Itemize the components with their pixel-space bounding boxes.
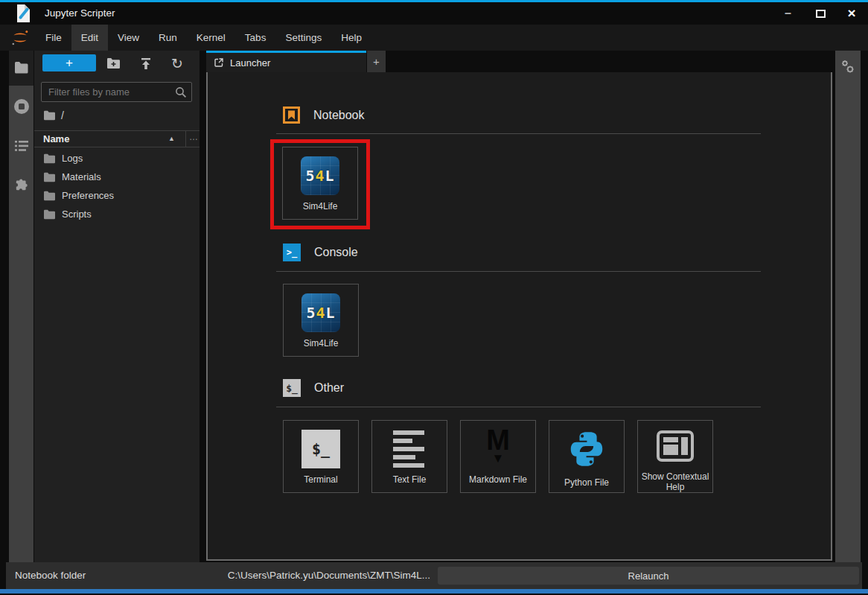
section-title: Other <box>314 381 344 395</box>
file-browser-panel: + ↻ / Name ▲ <box>34 51 200 562</box>
sim4life-icon: 54L <box>301 156 339 195</box>
tab-launcher[interactable]: Launcher <box>206 51 366 72</box>
menu-file[interactable]: File <box>36 25 71 51</box>
extensions-icon[interactable] <box>9 177 33 193</box>
window-title: Jupyter Scripter <box>45 7 115 19</box>
launcher-tab-icon <box>214 57 224 68</box>
property-inspector-gears-icon[interactable] <box>840 59 856 80</box>
terminal-card[interactable]: $_ Terminal <box>283 420 359 493</box>
contextual-help-icon <box>656 430 695 465</box>
right-sidebar <box>835 51 861 562</box>
window-bottom-border <box>0 589 868 594</box>
filter-field-wrap <box>41 82 192 102</box>
menu-edit[interactable]: Edit <box>71 25 108 51</box>
red-annotation-box: 54L Sim4Life <box>270 139 370 229</box>
menu-help[interactable]: Help <box>331 25 371 51</box>
tab-bar: Launcher + <box>206 51 832 72</box>
section-title: Notebook <box>313 109 365 122</box>
text-file-card[interactable]: Text File <box>371 420 447 493</box>
folder-icon <box>43 209 56 220</box>
card-label: Text File <box>390 474 430 485</box>
table-of-contents-icon[interactable] <box>9 139 33 153</box>
left-sidebar <box>9 51 33 562</box>
new-launcher-button[interactable]: + <box>42 54 96 71</box>
other-section-header: $_ Other <box>283 379 831 397</box>
notebook-icon <box>283 106 300 124</box>
menubar: File Edit View Run Kernel Tabs Settings … <box>0 25 868 51</box>
filter-files-input[interactable] <box>41 82 192 102</box>
console-sim4life-card[interactable]: 54L Sim4Life <box>283 284 359 357</box>
text-file-icon <box>390 430 429 468</box>
app-window: Jupyter Scripter – × File Edit View Run … <box>0 0 868 595</box>
tab-label: Launcher <box>230 57 270 69</box>
close-button[interactable]: × <box>841 4 862 23</box>
notebook-folder-path: C:\Users\Patrick.yu\Documents\ZMT\Sim4L.… <box>214 562 430 589</box>
notebook-section-header: Notebook <box>283 106 831 124</box>
statusbar: Notebook folder C:\Users\Patrick.yu\Docu… <box>6 562 862 589</box>
header-overflow-icon[interactable]: … <box>189 132 199 142</box>
name-column-header[interactable]: Name ▲ … <box>34 130 200 147</box>
notebook-folder-label: Notebook folder <box>15 562 86 589</box>
breadcrumb-root: / <box>61 109 64 121</box>
new-tab-button[interactable]: + <box>367 51 386 72</box>
notebook-sim4life-card[interactable]: 54L Sim4Life <box>282 147 358 220</box>
file-browser-icon[interactable] <box>9 61 33 74</box>
folder-row-preferences[interactable]: Preferences <box>34 186 200 205</box>
markdown-icon: M ▼ <box>479 427 517 468</box>
folder-row-scripts[interactable]: Scripts <box>34 205 200 223</box>
launcher-body: Notebook 54L Sim4Life >_ Console 54L <box>206 72 832 561</box>
sort-ascending-icon: ▲ <box>168 135 175 142</box>
folder-icon <box>43 191 56 201</box>
card-label: Terminal <box>301 474 340 485</box>
new-folder-icon[interactable] <box>105 55 121 71</box>
console-section-header: >_ Console <box>283 244 831 261</box>
folder-name: Materials <box>62 171 101 182</box>
titlebar: Jupyter Scripter – × <box>0 2 868 25</box>
card-label: Show Contextual Help <box>638 471 712 493</box>
markdown-file-card[interactable]: M ▼ Markdown File <box>460 420 536 493</box>
menu-view[interactable]: View <box>108 25 149 51</box>
terminal-icon: $_ <box>301 430 340 468</box>
menu-items: File Edit View Run Kernel Tabs Settings … <box>36 25 371 51</box>
search-icon <box>175 86 187 101</box>
card-label: Sim4Life <box>300 201 341 211</box>
refresh-icon[interactable]: ↻ <box>169 55 185 71</box>
show-contextual-help-card[interactable]: Show Contextual Help <box>637 420 713 493</box>
folder-name: Scripts <box>62 209 92 220</box>
menu-kernel[interactable]: Kernel <box>187 25 235 51</box>
python-file-card[interactable]: Python File <box>549 420 625 493</box>
menu-run[interactable]: Run <box>149 25 187 51</box>
jupyter-logo-icon <box>10 28 31 51</box>
breadcrumb[interactable]: / <box>43 109 64 121</box>
relaunch-button[interactable]: Relaunch <box>438 567 859 585</box>
menu-tabs[interactable]: Tabs <box>235 25 276 51</box>
card-label: Python File <box>561 477 612 488</box>
folder-row-logs[interactable]: Logs <box>34 149 200 168</box>
app-logo-icon <box>16 4 31 26</box>
running-sessions-icon[interactable] <box>9 98 33 115</box>
other-cards-row: $_ Terminal Text File M ▼ Markdown File <box>283 420 831 493</box>
terminal-small-icon: $_ <box>283 379 301 397</box>
column-header-label: Name <box>43 133 69 144</box>
sim4life-icon: 54L <box>301 293 340 332</box>
minimize-button[interactable]: – <box>779 4 800 23</box>
launcher-panel: Launcher + Notebook 54L Sim4Life <box>206 51 832 562</box>
window-controls: – × <box>779 2 862 25</box>
card-label: Sim4Life <box>301 338 342 349</box>
folder-name: Logs <box>62 153 83 164</box>
folder-name: Preferences <box>62 190 114 201</box>
folder-icon <box>43 153 56 164</box>
file-list: Logs Materials Preferences Scripts <box>34 149 200 223</box>
python-icon <box>567 430 606 471</box>
card-label: Markdown File <box>466 474 530 485</box>
console-icon: >_ <box>283 244 301 261</box>
maximize-button[interactable] <box>810 4 831 23</box>
menu-settings[interactable]: Settings <box>275 25 331 51</box>
folder-row-materials[interactable]: Materials <box>34 168 200 186</box>
folder-icon <box>43 172 56 182</box>
folder-icon <box>43 110 56 121</box>
upload-icon[interactable] <box>138 55 154 71</box>
section-title: Console <box>314 246 358 259</box>
